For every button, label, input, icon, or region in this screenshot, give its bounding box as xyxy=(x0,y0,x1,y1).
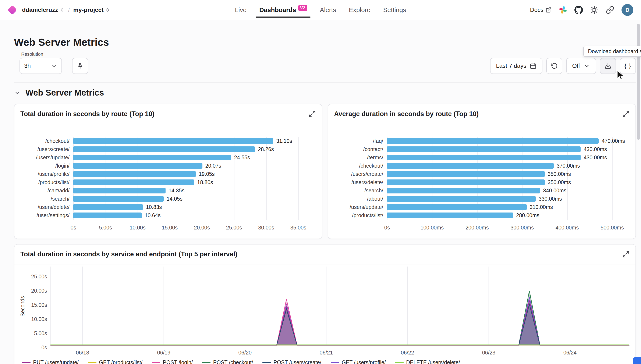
x-tick-label: 5.00s xyxy=(99,224,112,231)
bar[interactable] xyxy=(387,155,580,160)
main-content: Web Server Metrics Resolution 3h Last 7 … xyxy=(0,36,641,364)
bar[interactable] xyxy=(387,163,554,169)
pin-dashboard-button[interactable] xyxy=(72,58,88,74)
bar-row: 350.00ms xyxy=(387,170,626,178)
annotations-select[interactable]: Off xyxy=(566,58,596,74)
nav-tab-settings[interactable]: Settings xyxy=(377,0,412,20)
bar-category-label: /faq/ xyxy=(333,137,387,145)
legend-item[interactable]: POST /login/ xyxy=(152,359,193,364)
legend-swatch xyxy=(152,362,160,363)
chart-legend: PUT /users/update/GET /products/list/POS… xyxy=(15,358,635,364)
bar[interactable] xyxy=(73,155,231,160)
nav-tab-alerts[interactable]: Alerts xyxy=(314,0,343,20)
share-link-icon[interactable] xyxy=(606,6,614,14)
bar-category-label: /users/create/ xyxy=(19,145,73,154)
legend-label: POST /checkout/ xyxy=(213,359,253,364)
series-area xyxy=(51,291,629,345)
bar[interactable] xyxy=(387,138,598,144)
theme-toggle-sun-icon[interactable] xyxy=(590,6,598,14)
bar[interactable] xyxy=(73,188,166,194)
bar[interactable] xyxy=(387,188,540,194)
bar[interactable] xyxy=(73,204,143,210)
bar[interactable] xyxy=(387,204,527,210)
download-dashboard-button[interactable] xyxy=(600,58,616,74)
legend-item[interactable]: POST /users/create/ xyxy=(262,359,321,364)
expand-icon xyxy=(309,110,316,118)
bar[interactable] xyxy=(387,146,580,152)
bar-category-label: /cart/add/ xyxy=(19,186,73,195)
scrollbar-thumb[interactable] xyxy=(637,24,640,140)
bar[interactable] xyxy=(73,163,202,169)
expand-chart-button[interactable] xyxy=(622,110,629,118)
x-tick-label: 100.00ms xyxy=(421,224,444,231)
bar-category-label: /users/profile/ xyxy=(19,170,73,178)
y-tick-label: 10.00s xyxy=(31,316,47,322)
code-button-label: { } xyxy=(624,63,631,69)
resolution-select[interactable]: Resolution 3h xyxy=(20,58,62,74)
bar[interactable] xyxy=(73,180,194,185)
org-switcher[interactable]: ddanielcruzz xyxy=(22,6,65,13)
bar-row: 10.83s xyxy=(73,203,312,211)
legend-item[interactable]: GET /users/profile/ xyxy=(331,359,386,364)
time-range-button[interactable]: Last 7 days xyxy=(490,58,542,74)
bar[interactable] xyxy=(73,212,142,218)
legend-item[interactable]: GET /products/list/ xyxy=(88,359,143,364)
bar[interactable] xyxy=(73,171,196,177)
bar[interactable] xyxy=(73,146,255,152)
x-axis-labels: 06/1806/1906/2006/2106/2206/2306/24 xyxy=(51,346,629,358)
project-switcher[interactable]: my-project xyxy=(73,6,110,13)
bar-value-label: 430.00ms xyxy=(583,154,607,160)
nav-tab-explore[interactable]: Explore xyxy=(343,0,377,20)
bar-category-label: /contact/ xyxy=(333,145,387,154)
series-area xyxy=(51,300,629,345)
bar[interactable] xyxy=(73,138,273,144)
dashboard-code-button[interactable]: { } xyxy=(620,58,636,74)
bar-row: 28.26s xyxy=(73,145,312,154)
legend-label: POST /users/create/ xyxy=(273,359,321,364)
bar[interactable] xyxy=(73,196,164,202)
dashboard-section: Web Server Metrics Total duration in sec… xyxy=(14,82,636,364)
nav-tab-label: Alerts xyxy=(320,6,336,14)
legend-item[interactable]: PUT /users/update/ xyxy=(22,359,79,364)
series-line xyxy=(51,291,629,345)
bar-value-label: 350.00ms xyxy=(548,171,571,177)
legend-swatch xyxy=(22,362,31,363)
app-logo-icon[interactable] xyxy=(8,5,17,14)
x-tick-label: 35.00s xyxy=(290,224,306,231)
slack-icon[interactable] xyxy=(559,6,567,14)
download-icon xyxy=(604,62,611,69)
series-area xyxy=(51,297,629,345)
refresh-button[interactable] xyxy=(546,58,562,74)
y-tick-label: 5.00s xyxy=(34,330,47,336)
bar-category-label: /users/delete/ xyxy=(19,203,73,211)
expand-chart-button[interactable] xyxy=(309,110,316,118)
v2-badge: V2 xyxy=(298,5,307,11)
nav-tab-dashboards[interactable]: DashboardsV2 xyxy=(253,0,314,20)
chart-title: Total duration in seconds by service and… xyxy=(20,250,237,258)
x-tick-label: 15.00s xyxy=(162,224,178,231)
docs-link[interactable]: Docs xyxy=(530,6,551,13)
avatar[interactable]: D xyxy=(621,4,633,16)
legend-item[interactable]: POST /checkout/ xyxy=(202,359,253,364)
legend-swatch xyxy=(331,362,339,363)
chat-widget-button[interactable] xyxy=(633,357,641,364)
bar[interactable] xyxy=(387,196,536,202)
breadcrumb-separator: / xyxy=(68,6,70,13)
x-tick-label: 06/18 xyxy=(76,350,89,356)
dashboard-toolbar: Resolution 3h Last 7 days Off xyxy=(14,58,636,74)
section-header[interactable]: Web Server Metrics xyxy=(14,86,636,99)
bar-row: 340.00ms xyxy=(387,186,626,195)
nav-tab-live[interactable]: Live xyxy=(229,0,253,20)
legend-swatch xyxy=(262,362,271,363)
download-tooltip: Download dashboard as code xyxy=(583,46,641,57)
bar[interactable] xyxy=(387,180,545,185)
bar[interactable] xyxy=(387,171,545,177)
chevron-updown-icon xyxy=(59,7,65,13)
expand-chart-button[interactable] xyxy=(622,251,629,258)
nav-tab-label: Live xyxy=(235,6,247,14)
bar[interactable] xyxy=(387,212,513,218)
github-icon[interactable] xyxy=(574,6,583,14)
chevron-down-icon xyxy=(583,62,590,69)
nav-tab-label: Dashboards xyxy=(259,6,296,14)
legend-item[interactable]: DELETE /users/delete/ xyxy=(395,359,460,364)
